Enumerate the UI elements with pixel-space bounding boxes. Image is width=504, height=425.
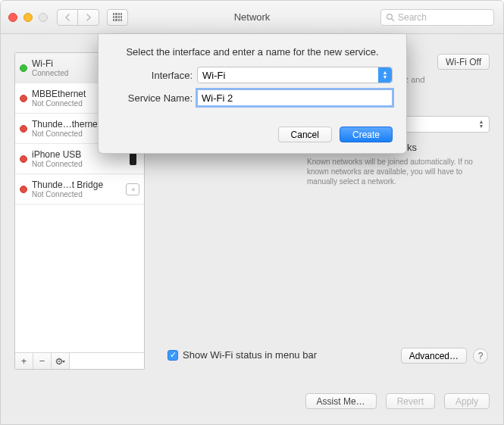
add-service-button[interactable]: +	[15, 353, 33, 369]
zoom-icon	[39, 13, 48, 22]
back-button[interactable]	[57, 9, 78, 26]
thunderbolt-icon: ‹ ›	[126, 183, 139, 195]
interface-popup[interactable]: Wi-Fi ▲▼	[197, 67, 393, 83]
service-status: Not Connected	[32, 160, 123, 168]
status-dot-icon	[20, 125, 27, 133]
gear-icon	[55, 357, 66, 366]
help-button[interactable]: ?	[473, 348, 488, 364]
interface-row: Interface: Wi-Fi ▲▼	[112, 67, 393, 83]
service-toolbar: + −	[15, 352, 144, 369]
service-text: Thunde…t Bridge Not Connected	[32, 180, 123, 198]
status-dot-icon	[20, 95, 27, 102]
service-actions-button[interactable]	[52, 353, 70, 369]
chevron-updown-icon: ▲▼	[378, 67, 392, 83]
forward-button[interactable]	[78, 9, 99, 26]
service-thunderbolt-bridge[interactable]: Thunde…t Bridge Not Connected ‹ ›	[15, 174, 144, 205]
bottom-buttons: Assist Me… Revert Apply	[305, 393, 490, 409]
svg-point-0	[387, 14, 393, 19]
show-all-button[interactable]	[107, 9, 128, 26]
cancel-button[interactable]: Cancel	[278, 127, 332, 142]
show-in-menubar-checkbox[interactable]	[167, 350, 178, 361]
close-icon[interactable]	[8, 13, 17, 22]
search-placeholder: Search	[398, 12, 427, 23]
chevron-updown-icon: ▲▼	[476, 118, 487, 130]
service-name-row: Service Name:	[112, 89, 393, 106]
apply-button: Apply	[444, 393, 490, 409]
svg-line-1	[392, 18, 394, 20]
search-icon	[386, 13, 395, 22]
remove-service-button[interactable]: −	[33, 353, 52, 369]
minimize-icon[interactable]	[23, 13, 33, 22]
service-name: Thunde…t Bridge	[32, 180, 123, 190]
interface-value: Wi-Fi	[202, 70, 225, 81]
interface-label: Interface:	[112, 70, 197, 81]
dialog-message: Select the interface and enter a name fo…	[112, 46, 393, 58]
svg-line-11	[61, 359, 61, 360]
phone-icon	[126, 152, 139, 165]
service-status: Not Connected	[32, 190, 123, 198]
nav-buttons	[57, 9, 99, 26]
create-button[interactable]: Create	[340, 127, 393, 142]
revert-button: Revert	[386, 393, 435, 409]
chevron-right-icon	[86, 14, 92, 21]
svg-line-8	[57, 359, 58, 360]
service-name-input[interactable]	[197, 89, 393, 106]
titlebar: Network Search	[1, 1, 503, 34]
advanced-button[interactable]: Advanced…	[401, 348, 467, 364]
service-name-label: Service Name:	[112, 92, 197, 104]
new-service-sheet: Select the interface and enter a name fo…	[98, 34, 407, 154]
svg-line-9	[61, 363, 61, 364]
status-dot-icon	[20, 186, 27, 193]
status-dot-icon	[20, 64, 27, 72]
prefs-window: Network Search Wi-Fi Connected MBBEthern…	[0, 0, 504, 425]
svg-line-10	[57, 363, 58, 364]
ask-to-join-hint: Known networks will be joined automatica…	[307, 157, 484, 186]
status-dot-icon	[20, 155, 27, 163]
window-controls	[8, 13, 48, 22]
turn-wifi-off-button[interactable]: Wi-Fi Off	[437, 54, 490, 70]
assist-me-button[interactable]: Assist Me…	[305, 393, 377, 409]
show-in-menubar-label: Show Wi-Fi status in menu bar	[183, 349, 317, 361]
svg-point-3	[58, 361, 60, 362]
search-field[interactable]: Search	[380, 9, 494, 26]
grid-icon	[113, 13, 122, 22]
show-in-menubar-row: Show Wi-Fi status in menu bar	[167, 349, 317, 361]
dialog-buttons: Cancel Create	[278, 127, 393, 142]
chevron-left-icon	[64, 14, 70, 21]
